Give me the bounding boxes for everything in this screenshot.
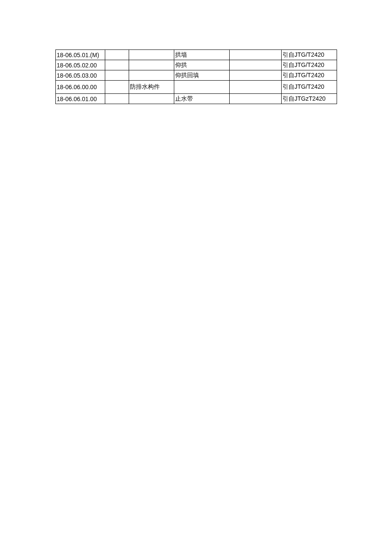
ref-cell: 引自JTG/T2420 xyxy=(282,50,337,60)
data-table: 18-06.05.01.(M)拱墙引自JTG/T242018-06.05.02.… xyxy=(55,49,337,104)
ref-cell: 引自JTG/T2420 xyxy=(282,70,337,81)
table-row: 18-06.05.02.00仰拱引自JTG/T2420 xyxy=(56,60,337,70)
code-cell: 18-06.06.01.00 xyxy=(56,94,105,104)
empty-cell xyxy=(105,50,129,60)
item-cell xyxy=(174,81,230,94)
code-cell: 18-06.05.03.00 xyxy=(56,70,105,81)
table-row: 18-06.06.01.00止水带引自JTGzT2420 xyxy=(56,94,337,104)
code-cell: 18-06.06.00.00 xyxy=(56,81,105,94)
empty-cell xyxy=(230,94,282,104)
item-cell: 仰拱 xyxy=(174,60,230,70)
empty-cell xyxy=(230,50,282,60)
empty-cell xyxy=(105,94,129,104)
page-content: 18-06.05.01.(M)拱墙引自JTG/T242018-06.05.02.… xyxy=(0,0,337,104)
empty-cell xyxy=(230,70,282,81)
ref-cell: 引自JTGzT2420 xyxy=(282,94,337,104)
table-row: 18-06.05.03.00仰拱回填引自JTG/T2420 xyxy=(56,70,337,81)
code-cell: 18-06.05.01.(M) xyxy=(56,50,105,60)
item-cell: 止水带 xyxy=(174,94,230,104)
category-cell xyxy=(129,70,174,81)
category-cell: 防排水构件 xyxy=(129,81,174,94)
empty-cell xyxy=(105,81,129,94)
category-cell xyxy=(129,60,174,70)
empty-cell xyxy=(230,81,282,94)
ref-cell: 引自JTG/T2420 xyxy=(282,81,337,94)
table-row: 18-06.05.01.(M)拱墙引自JTG/T2420 xyxy=(56,50,337,60)
empty-cell xyxy=(105,70,129,81)
empty-cell xyxy=(230,60,282,70)
item-cell: 仰拱回填 xyxy=(174,70,230,81)
category-cell xyxy=(129,94,174,104)
category-cell xyxy=(129,50,174,60)
empty-cell xyxy=(105,60,129,70)
table-row: 18-06.06.00.00防排水构件引自JTG/T2420 xyxy=(56,81,337,94)
code-cell: 18-06.05.02.00 xyxy=(56,60,105,70)
ref-cell: 引自JTG/T2420 xyxy=(282,60,337,70)
item-cell: 拱墙 xyxy=(174,50,230,60)
